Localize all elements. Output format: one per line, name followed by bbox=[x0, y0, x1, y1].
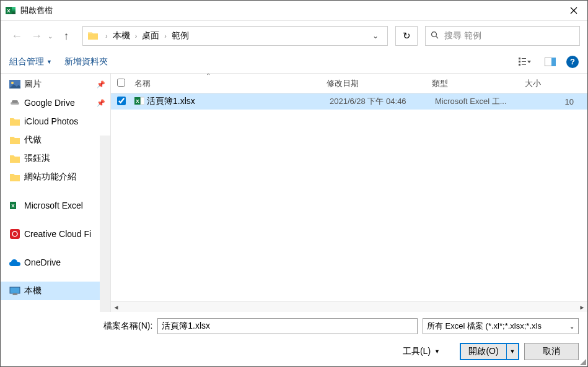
chevron-right-icon[interactable]: › bbox=[102, 32, 112, 40]
cancel-button[interactable]: 取消 bbox=[524, 343, 579, 360]
gdrive-icon bbox=[9, 97, 20, 108]
svg-rect-14 bbox=[551, 58, 556, 66]
navigation-bar: ← → ⌄ ↑ › 本機 › 桌面 › 範例 ⌄ ↻ 搜尋 範例 bbox=[1, 21, 587, 51]
pictures-icon bbox=[9, 79, 20, 90]
svg-rect-4 bbox=[12, 11, 15, 12]
close-button[interactable] bbox=[559, 1, 587, 21]
file-row[interactable]: X 活頁簿1.xlsx 2021/6/28 下午 04:46 Microsoft… bbox=[111, 93, 587, 110]
breadcrumb-item[interactable]: 範例 bbox=[170, 30, 190, 41]
search-placeholder: 搜尋 範例 bbox=[444, 30, 481, 41]
folder-icon bbox=[88, 31, 98, 41]
chevron-right-icon[interactable]: › bbox=[160, 32, 170, 40]
svg-rect-21 bbox=[10, 229, 20, 239]
refresh-button[interactable]: ↻ bbox=[395, 26, 418, 46]
chevron-right-icon[interactable]: › bbox=[131, 32, 141, 40]
sidebar-item-gdrive[interactable]: Google Drive 📌 bbox=[1, 93, 110, 112]
pin-icon: 📌 bbox=[97, 80, 105, 89]
resize-grip[interactable] bbox=[579, 358, 586, 365]
filename-input[interactable] bbox=[157, 318, 418, 334]
folder-icon bbox=[9, 153, 20, 164]
history-dropdown[interactable]: ⌄ bbox=[48, 33, 55, 40]
file-name: 活頁簿1.xlsx bbox=[147, 96, 330, 107]
excel-app-icon: X bbox=[6, 6, 15, 15]
creative-cloud-icon bbox=[9, 228, 20, 240]
column-header-date[interactable]: 修改日期 bbox=[327, 78, 432, 89]
main-area: 圖片 📌 Google Drive 📌 iCloud Photos 代做 張鈺淇 bbox=[1, 73, 587, 312]
window-title: 開啟舊檔 bbox=[20, 5, 559, 16]
select-all-checkbox[interactable] bbox=[117, 79, 125, 87]
sidebar-item-folder[interactable]: 張鈺淇 bbox=[1, 149, 110, 168]
excel-icon: X bbox=[9, 200, 20, 211]
organize-button[interactable]: 組合管理▼ bbox=[9, 56, 52, 67]
excel-file-icon: X bbox=[134, 96, 147, 108]
view-options-button[interactable] bbox=[517, 53, 534, 71]
svg-text:X: X bbox=[136, 98, 139, 104]
sidebar-item-network[interactable]: 網路 bbox=[1, 310, 110, 312]
filename-label: 檔案名稱(N): bbox=[103, 321, 152, 332]
sidebar-item-folder[interactable]: 網站功能介紹 bbox=[1, 168, 110, 186]
folder-icon bbox=[9, 171, 20, 183]
svg-text:X: X bbox=[7, 8, 11, 14]
back-button[interactable]: ← bbox=[8, 27, 25, 45]
breadcrumb-item[interactable]: 桌面 bbox=[141, 30, 160, 41]
svg-rect-3 bbox=[12, 9, 15, 11]
column-headers: 名稱 ⌃ 修改日期 類型 大小 bbox=[111, 74, 587, 93]
up-button[interactable]: ↑ bbox=[58, 27, 75, 45]
address-dropdown[interactable]: ⌄ bbox=[369, 32, 382, 40]
search-icon bbox=[431, 31, 439, 41]
file-type: Microsoft Excel 工... bbox=[435, 96, 525, 107]
sidebar-item-this-pc[interactable]: 本機 bbox=[1, 282, 110, 300]
filetype-dropdown[interactable]: 所有 Excel 檔案 (*.xl*;*.xlsx;*.xls ⌄ bbox=[423, 318, 579, 334]
column-header-size[interactable]: 大小 bbox=[525, 78, 587, 89]
svg-rect-9 bbox=[519, 61, 520, 63]
help-button[interactable]: ? bbox=[566, 56, 579, 68]
new-folder-button[interactable]: 新增資料夾 bbox=[64, 56, 108, 67]
svg-rect-5 bbox=[12, 12, 15, 14]
svg-rect-11 bbox=[519, 64, 520, 66]
svg-point-16 bbox=[11, 82, 14, 84]
tools-button[interactable]: 工具(L) ▼ bbox=[398, 343, 445, 360]
file-date: 2021/6/28 下午 04:46 bbox=[330, 96, 435, 107]
column-header-name[interactable]: 名稱 ⌃ bbox=[134, 78, 327, 89]
sidebar-item-folder[interactable]: 代做 bbox=[1, 131, 110, 149]
sidebar-item-icloud[interactable]: iCloud Photos bbox=[1, 112, 110, 131]
svg-rect-7 bbox=[519, 58, 520, 59]
address-bar[interactable]: › 本機 › 桌面 › 範例 ⌄ bbox=[82, 26, 388, 46]
sidebar-item-pictures[interactable]: 圖片 📌 bbox=[1, 75, 110, 93]
file-open-dialog: X 開啟舊檔 ← → ⌄ ↑ › 本機 › 桌面 › 範例 ⌄ ↻ bbox=[0, 0, 588, 367]
sidebar-item-creative-cloud[interactable]: Creative Cloud Fi bbox=[1, 225, 110, 243]
svg-rect-31 bbox=[141, 97, 144, 105]
file-checkbox[interactable] bbox=[117, 97, 126, 105]
forward-button[interactable]: → bbox=[28, 27, 45, 45]
open-dropdown[interactable]: ▼ bbox=[507, 344, 518, 359]
scroll-left-icon[interactable]: ◄ bbox=[111, 302, 121, 313]
column-header-type[interactable]: 類型 bbox=[432, 78, 525, 89]
svg-rect-2 bbox=[12, 7, 15, 9]
folder-icon bbox=[9, 116, 20, 127]
sidebar-item-excel[interactable]: X Microsoft Excel bbox=[1, 196, 110, 215]
svg-text:X: X bbox=[11, 203, 15, 209]
svg-rect-12 bbox=[522, 64, 526, 65]
folder-icon bbox=[9, 134, 20, 145]
breadcrumb-item[interactable]: 本機 bbox=[112, 30, 131, 41]
preview-pane-button[interactable] bbox=[542, 53, 559, 71]
titlebar: X 開啟舊檔 bbox=[1, 1, 587, 21]
pc-icon bbox=[9, 285, 20, 296]
svg-rect-8 bbox=[522, 58, 526, 59]
scroll-right-icon[interactable]: ► bbox=[577, 302, 587, 313]
svg-rect-24 bbox=[13, 293, 17, 295]
dialog-footer: 檔案名稱(N): 所有 Excel 檔案 (*.xl*;*.xlsx;*.xls… bbox=[1, 312, 587, 366]
sort-indicator-icon: ⌃ bbox=[206, 73, 211, 79]
file-list-area: 名稱 ⌃ 修改日期 類型 大小 X 活頁簿1.xlsx 2021/6/28 下午… bbox=[111, 74, 587, 312]
onedrive-icon bbox=[9, 257, 20, 268]
sidebar-scrollbar[interactable] bbox=[100, 136, 110, 312]
chevron-down-icon: ⌄ bbox=[569, 323, 574, 330]
sidebar-item-onedrive[interactable]: OneDrive bbox=[1, 253, 110, 272]
svg-rect-18 bbox=[12, 100, 18, 103]
search-input[interactable]: 搜尋 範例 bbox=[425, 26, 580, 46]
horizontal-scrollbar[interactable]: ◄ ► bbox=[111, 301, 587, 312]
svg-point-6 bbox=[432, 32, 437, 37]
toolbar: 組合管理▼ 新增資料夾 ? bbox=[1, 51, 587, 73]
open-button[interactable]: 開啟(O) bbox=[461, 344, 507, 359]
navigation-pane: 圖片 📌 Google Drive 📌 iCloud Photos 代做 張鈺淇 bbox=[1, 74, 111, 312]
